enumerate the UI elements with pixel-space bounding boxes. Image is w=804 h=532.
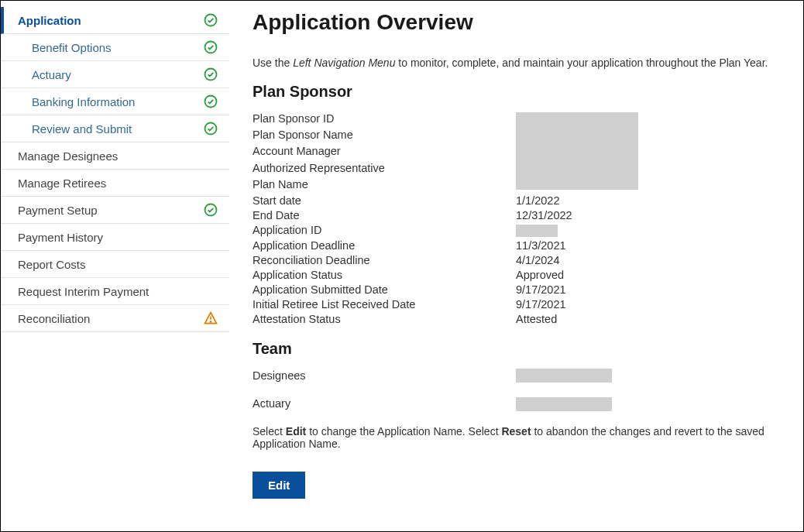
nav-application[interactable]: Application: [1, 7, 229, 34]
nav-manage-retirees[interactable]: Manage Retirees: [1, 170, 229, 197]
redacted-block: [516, 112, 638, 190]
field-label: Reconciliation Deadline: [253, 253, 516, 267]
field-value: 1/1/2022: [516, 194, 780, 208]
field-value: 9/17/2021: [516, 297, 780, 311]
nav-manage-designees[interactable]: Manage Designees: [1, 142, 229, 170]
field-value: Attested: [516, 312, 780, 326]
svg-point-7: [210, 321, 211, 322]
field-label: Attestation Status: [253, 312, 516, 326]
intro-text: Use the Left Navigation Menu to monitor,…: [253, 57, 780, 69]
nav-payment-history[interactable]: Payment History: [1, 224, 229, 251]
redacted-block: [516, 225, 558, 237]
team-label: Designees: [253, 369, 516, 382]
field-value-redacted: [516, 112, 780, 193]
nav-banking-information[interactable]: Banking Information: [1, 88, 229, 115]
nav-label: Application: [18, 14, 81, 27]
field-label: Plan Name: [253, 177, 516, 193]
field-value: 12/31/2022: [516, 208, 780, 222]
plan-sponsor-heading: Plan Sponsor: [253, 83, 780, 101]
page-title: Application Overview: [253, 10, 780, 35]
nav-request-interim-payment[interactable]: Request Interim Payment: [1, 278, 229, 305]
field-label: Application Status: [253, 268, 516, 282]
nav-payment-setup[interactable]: Payment Setup: [1, 197, 229, 224]
redacted-block: [516, 397, 612, 411]
plan-sponsor-grid: Plan Sponsor ID Plan Sponsor Name Accoun…: [253, 112, 780, 326]
nav-label: Manage Retirees: [18, 177, 106, 190]
warning-triangle-icon: [203, 311, 218, 326]
field-label: Application ID: [253, 223, 516, 238]
edit-button[interactable]: Edit: [253, 472, 305, 499]
nav-label: Review and Submit: [32, 122, 132, 136]
field-label: Plan Sponsor Name: [253, 128, 516, 143]
nav-label: Reconciliation: [18, 312, 90, 325]
check-circle-icon: [203, 202, 218, 218]
nav-label: Banking Information: [32, 95, 135, 108]
field-label: Application Deadline: [253, 239, 516, 252]
nav-label: Payment Setup: [18, 204, 98, 217]
field-value: 9/17/2021: [516, 283, 780, 297]
team-value-redacted: [516, 396, 780, 410]
nav-review-submit[interactable]: Review and Submit: [1, 115, 229, 142]
redacted-block: [516, 369, 612, 383]
check-circle-icon: [203, 121, 218, 136]
field-value: 11/3/2021: [516, 239, 780, 252]
field-value: Approved: [516, 268, 780, 282]
nav-label: Actuary: [32, 68, 71, 81]
nav-reconciliation[interactable]: Reconciliation: [1, 305, 229, 332]
nav-benefit-options[interactable]: Benefit Options: [1, 34, 229, 61]
field-label: Authorized Representative: [253, 161, 516, 177]
nav-label: Benefit Options: [32, 41, 112, 54]
team-value-redacted: [516, 369, 780, 383]
main-content: Application Overview Use the Left Naviga…: [229, 1, 803, 531]
nav-actuary[interactable]: Actuary: [1, 61, 229, 88]
left-nav: Application Benefit Options Actuary Bank…: [1, 1, 229, 531]
field-label: Initial Retiree List Received Date: [253, 297, 516, 311]
team-heading: Team: [253, 340, 780, 358]
field-label: End Date: [253, 208, 516, 222]
nav-report-costs[interactable]: Report Costs: [1, 251, 229, 278]
team-row-actuary: Actuary: [253, 396, 780, 410]
field-label: Start date: [253, 194, 516, 208]
edit-instructions: Select Edit to change the Application Na…: [253, 425, 780, 450]
check-circle-icon: [203, 67, 218, 82]
nav-label: Request Interim Payment: [18, 285, 149, 298]
nav-label: Report Costs: [18, 258, 86, 271]
field-value: 4/1/2024: [516, 253, 780, 267]
nav-label: Payment History: [18, 231, 103, 244]
check-circle-icon: [203, 12, 218, 28]
team-row-designees: Designees: [253, 369, 780, 383]
check-circle-icon: [203, 39, 218, 55]
field-label: Application Submitted Date: [253, 283, 516, 297]
field-label: Plan Sponsor ID: [253, 112, 516, 127]
team-label: Actuary: [253, 397, 516, 410]
check-circle-icon: [203, 94, 218, 109]
field-label: Account Manager: [253, 144, 516, 160]
field-value-redacted: [516, 223, 780, 238]
nav-label: Manage Designees: [18, 149, 118, 163]
app-frame: Application Benefit Options Actuary Bank…: [0, 0, 804, 532]
